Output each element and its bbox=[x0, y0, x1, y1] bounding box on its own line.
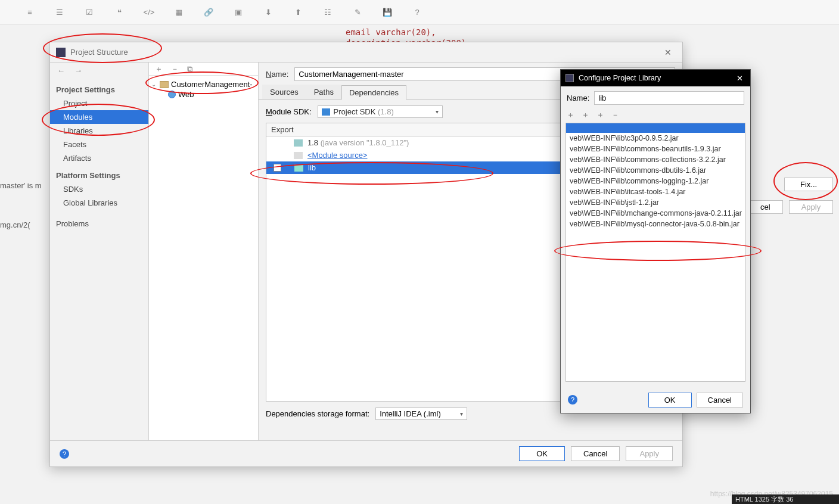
jar-row[interactable]: veb\WEB-INF\lib\c3p0-0.9.5.2.jar bbox=[566, 133, 745, 144]
module-sdk-select[interactable]: Project SDK (1.8) ▾ bbox=[318, 105, 443, 118]
chevron-down-icon: ▾ bbox=[460, 410, 463, 417]
cpl-footer: ? OK Cancel bbox=[561, 387, 750, 413]
cancel-button[interactable]: Cancel bbox=[571, 446, 620, 461]
tab-paths[interactable]: Paths bbox=[306, 85, 341, 99]
sidebar-header-project: Project Settings bbox=[50, 79, 148, 97]
download-icon[interactable]: ⬇ bbox=[262, 7, 274, 18]
quote-icon[interactable]: ❝ bbox=[113, 7, 125, 18]
dialog-titlebar: Project Structure ✕ bbox=[50, 42, 682, 63]
indent-icon[interactable]: ☷ bbox=[322, 7, 334, 18]
bg-cancel-button[interactable]: cel bbox=[748, 200, 783, 214]
bg-truncated-text: master' is m bbox=[0, 181, 42, 190]
cpl-toolbar: ＋ ＋ ＋ － bbox=[561, 108, 750, 123]
nav-forward-icon[interactable]: → bbox=[74, 66, 82, 79]
intellij-icon bbox=[565, 74, 574, 82]
help-icon[interactable]: ? bbox=[411, 7, 423, 18]
settings-sidebar: ← → Project Settings Project Modules Lib… bbox=[50, 63, 149, 440]
list-ordered-icon[interactable]: ≡ bbox=[24, 7, 36, 18]
jar-row[interactable]: veb\WEB-INF\lib\commons-dbutils-1.6.jar bbox=[566, 165, 745, 176]
cpl-close-icon[interactable]: ✕ bbox=[734, 74, 745, 83]
configure-library-dialog: Configure Project Library ✕ Name: ＋ ＋ ＋ … bbox=[560, 69, 751, 413]
jar-row[interactable]: veb\WEB-INF\lib\jstl-1.2.jar bbox=[566, 197, 745, 208]
cpl-cancel-button[interactable]: Cancel bbox=[697, 393, 743, 407]
jar-row[interactable]: veb\WEB-INF\lib\commons-beanutils-1.9.3.… bbox=[566, 144, 745, 154]
table-icon[interactable]: ▦ bbox=[173, 7, 185, 18]
sdk-text: Project SDK bbox=[334, 107, 378, 116]
jar-list-selection bbox=[566, 123, 745, 133]
help-icon[interactable]: ? bbox=[568, 395, 577, 405]
add-icon[interactable]: ＋ bbox=[567, 110, 574, 120]
bg-apply-button[interactable]: Apply bbox=[789, 200, 834, 214]
cpl-ok-button[interactable]: OK bbox=[648, 393, 692, 407]
folder-icon bbox=[160, 81, 169, 88]
dialog-title: Project Structure bbox=[70, 48, 660, 57]
tab-sources[interactable]: Sources bbox=[262, 85, 306, 99]
dialog-close-icon[interactable]: ✕ bbox=[660, 48, 676, 57]
save-icon[interactable]: 💾 bbox=[381, 7, 393, 18]
sidebar-item-libraries[interactable]: Libraries bbox=[50, 124, 148, 138]
dialog-footer: ? OK Cancel Apply bbox=[50, 440, 682, 466]
apply-button[interactable]: Apply bbox=[626, 446, 673, 461]
facet-row-web[interactable]: Web bbox=[151, 89, 256, 99]
intellij-icon bbox=[56, 48, 66, 57]
cpl-title-text: Configure Project Library bbox=[579, 74, 734, 82]
status-bar: HTML 1325 字数 36 bbox=[732, 494, 839, 504]
fix-button[interactable]: Fix... bbox=[784, 178, 833, 191]
cpl-name-input[interactable] bbox=[594, 91, 744, 105]
sidebar-item-problems[interactable]: Problems bbox=[50, 210, 148, 231]
link-icon[interactable]: 🔗 bbox=[203, 7, 215, 18]
cpl-titlebar: Configure Project Library ✕ bbox=[561, 70, 750, 86]
module-row[interactable]: ⌄ CustomerManagement- bbox=[151, 79, 256, 89]
sidebar-item-facets[interactable]: Facets bbox=[50, 138, 148, 151]
module-source-link[interactable]: <Module source> bbox=[307, 151, 367, 160]
list-bullet-icon[interactable]: ☰ bbox=[54, 7, 66, 18]
sdk-version: (1.8) bbox=[378, 107, 394, 116]
add-sources-icon[interactable]: ＋ bbox=[596, 110, 604, 120]
tab-dependencies[interactable]: Dependencies bbox=[341, 85, 406, 99]
web-icon bbox=[168, 91, 176, 98]
jar-row[interactable]: veb\WEB-INF\lib\itcast-tools-1.4.jar bbox=[566, 186, 745, 197]
jar-list[interactable]: veb\WEB-INF\lib\c3p0-0.9.5.2.jar veb\WEB… bbox=[565, 123, 745, 382]
editor-toolbar: ≡ ☰ ☑ ❝ </> ▦ 🔗 ▣ ⬇ ⬆ ☷ ✎ 💾 ? bbox=[0, 0, 839, 25]
storage-format-label: Dependencies storage format: bbox=[266, 409, 369, 418]
export-checkbox[interactable] bbox=[274, 164, 281, 172]
sidebar-header-platform: Platform Settings bbox=[50, 165, 148, 182]
module-tree-panel: ＋ － ⧉ ⌄ CustomerManagement- Web bbox=[149, 63, 259, 440]
dep-lib-name: lib bbox=[308, 163, 316, 172]
module-name-label: Name: bbox=[266, 70, 288, 79]
chevron-down-icon: ▾ bbox=[436, 108, 439, 115]
ok-button[interactable]: OK bbox=[519, 446, 565, 461]
remove-module-icon[interactable]: － bbox=[171, 64, 179, 74]
sidebar-item-modules[interactable]: Modules bbox=[50, 110, 148, 124]
source-icon bbox=[294, 152, 303, 159]
cpl-name-label: Name: bbox=[567, 94, 589, 102]
facet-label: Web bbox=[178, 90, 194, 99]
add-classes-icon[interactable]: ＋ bbox=[582, 110, 589, 120]
list-check-icon[interactable]: ☑ bbox=[83, 7, 95, 18]
storage-format-select[interactable]: IntelliJ IDEA (.iml) ▾ bbox=[375, 407, 467, 420]
image-icon[interactable]: ▣ bbox=[232, 7, 244, 18]
code-icon[interactable]: </> bbox=[143, 7, 155, 18]
module-name: CustomerManagement- bbox=[171, 80, 253, 89]
sidebar-item-project[interactable]: Project bbox=[50, 97, 148, 110]
jar-row[interactable]: veb\WEB-INF\lib\mysql-connector-java-5.0… bbox=[566, 219, 745, 229]
remove-icon[interactable]: － bbox=[611, 110, 619, 120]
jdk-icon bbox=[294, 139, 303, 147]
add-module-icon[interactable]: ＋ bbox=[155, 64, 163, 74]
nav-back-icon[interactable]: ← bbox=[57, 66, 65, 79]
help-icon[interactable]: ? bbox=[60, 449, 69, 459]
feather-icon[interactable]: ✎ bbox=[352, 7, 363, 18]
jar-row[interactable]: veb\WEB-INF\lib\commons-collections-3.2.… bbox=[566, 154, 745, 165]
copy-module-icon[interactable]: ⧉ bbox=[187, 64, 192, 74]
sidebar-item-artifacts[interactable]: Artifacts bbox=[50, 151, 148, 165]
sidebar-item-global-libraries[interactable]: Global Libraries bbox=[50, 196, 148, 210]
sidebar-item-sdks[interactable]: SDKs bbox=[50, 182, 148, 196]
jar-row[interactable]: veb\WEB-INF\lib\mchange-commons-java-0.2… bbox=[566, 208, 745, 219]
jar-row[interactable]: veb\WEB-INF\lib\commons-logging-1.2.jar bbox=[566, 176, 745, 186]
library-icon bbox=[294, 164, 303, 172]
upload-icon[interactable]: ⬆ bbox=[292, 7, 304, 18]
bg-url-fragment: mg.cn/2( bbox=[0, 220, 30, 229]
code-line-1: email varchar(20), bbox=[346, 27, 436, 37]
sdk-label: Module SDK: bbox=[266, 107, 312, 116]
chevron-down-icon[interactable]: ⌄ bbox=[151, 81, 157, 88]
